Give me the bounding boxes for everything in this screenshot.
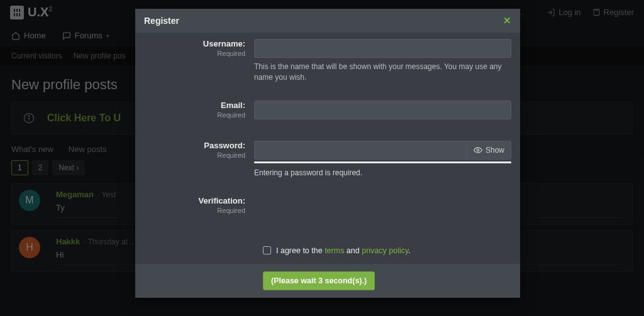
email-label: Email: bbox=[221, 101, 245, 110]
password-input[interactable] bbox=[254, 141, 467, 160]
close-icon[interactable]: ✕ bbox=[503, 15, 511, 26]
verification-area bbox=[254, 196, 511, 236]
email-input[interactable] bbox=[254, 101, 511, 119]
password-label: Password: bbox=[204, 141, 245, 150]
username-help: This is the name that will be shown with… bbox=[254, 62, 511, 83]
username-required: Required bbox=[217, 50, 245, 57]
register-submit-button[interactable]: (Please wait 3 second(s).) bbox=[263, 271, 375, 290]
terms-link[interactable]: terms bbox=[325, 246, 344, 255]
modal-title: Register bbox=[144, 16, 179, 26]
agree-text: I agree to the terms and privacy policy. bbox=[276, 246, 411, 255]
svg-point-10 bbox=[477, 149, 479, 151]
eye-icon bbox=[474, 146, 482, 155]
verification-required: Required bbox=[217, 207, 245, 214]
email-required: Required bbox=[217, 111, 245, 119]
register-modal: Register ✕ Username: Required This is th… bbox=[135, 9, 520, 298]
username-label: Username: bbox=[203, 39, 245, 48]
show-password-label: Show bbox=[486, 146, 504, 155]
password-required: Required bbox=[217, 151, 245, 159]
password-strength-meter bbox=[254, 161, 511, 163]
verification-label: Verification: bbox=[199, 196, 245, 205]
show-password-button[interactable]: Show bbox=[467, 141, 511, 160]
password-error: Entering a password is required. bbox=[254, 168, 511, 177]
privacy-policy-link[interactable]: privacy policy bbox=[362, 246, 408, 255]
username-input[interactable] bbox=[254, 39, 511, 58]
agree-checkbox[interactable] bbox=[263, 246, 271, 254]
